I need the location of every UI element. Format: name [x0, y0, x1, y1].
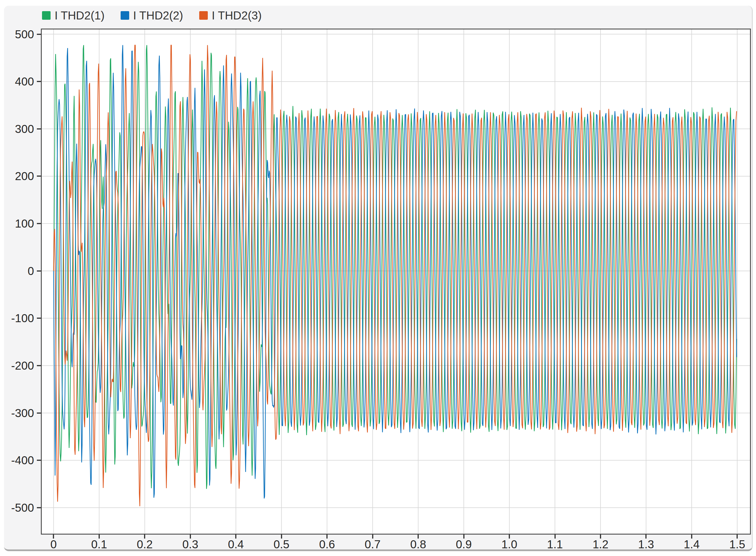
- x-axis-tick-label: 0.4: [216, 538, 256, 551]
- x-axis-tick-label: 1.4: [672, 538, 712, 551]
- legend-label: I THD2(1): [55, 9, 105, 22]
- y-axis-tick-label: -100: [4, 312, 34, 324]
- y-axis-tick: [37, 128, 41, 130]
- x-axis-tick-label: 0.6: [307, 538, 347, 551]
- y-axis-tick-label: -400: [4, 454, 34, 466]
- x-axis-tick-label: 0.1: [79, 538, 119, 551]
- waveform-canvas[interactable]: [42, 29, 750, 534]
- color-swatch-icon: [199, 11, 208, 20]
- x-axis-tick-label: 0.5: [261, 538, 301, 551]
- page: I THD2(1) I THD2(2) I THD2(3) 5004003002…: [0, 0, 756, 556]
- y-axis-tick-label: 200: [4, 170, 34, 182]
- y-axis-tick: [37, 81, 41, 82]
- x-axis-tick-label: 0.2: [124, 538, 165, 551]
- legend-label: I THD2(3): [212, 9, 262, 22]
- legend-item-i-thd2-3[interactable]: I THD2(3): [199, 9, 262, 22]
- x-axis-tick-label: 0.7: [353, 538, 393, 551]
- y-axis-tick: [37, 413, 41, 414]
- legend-item-i-thd2-1[interactable]: I THD2(1): [42, 9, 105, 22]
- y-axis-tick: [37, 34, 41, 35]
- legend: I THD2(1) I THD2(2) I THD2(3): [42, 9, 278, 22]
- x-axis-tick-label: 0: [33, 538, 73, 551]
- legend-label: I THD2(2): [133, 9, 183, 22]
- y-axis-tick-label: 100: [4, 217, 34, 230]
- y-axis-tick-label: -500: [4, 501, 34, 514]
- y-axis-tick: [37, 507, 41, 508]
- y-axis-tick-label: -300: [4, 407, 34, 419]
- x-axis-tick-label: 1.0: [489, 538, 529, 551]
- y-axis-tick-label: 500: [4, 28, 34, 41]
- y-axis-tick-label: 0: [4, 265, 34, 277]
- y-axis-tick: [37, 270, 41, 272]
- x-axis-tick-label: 1.2: [580, 538, 620, 551]
- color-swatch-icon: [42, 11, 50, 20]
- y-axis-tick: [37, 460, 41, 461]
- y-axis-tick-label: 400: [4, 75, 34, 88]
- x-axis-tick-label: 1.5: [717, 538, 756, 551]
- y-axis-tick-label: 300: [4, 123, 34, 135]
- y-axis-tick: [37, 223, 41, 224]
- plot-card: I THD2(1) I THD2(2) I THD2(3) 5004003002…: [4, 6, 753, 551]
- x-axis-tick-label: 0.3: [170, 538, 210, 551]
- x-axis-tick-label: 0.9: [444, 538, 484, 551]
- legend-item-i-thd2-2[interactable]: I THD2(2): [121, 9, 183, 22]
- y-axis-tick: [37, 365, 41, 366]
- x-axis-tick-label: 0.8: [398, 538, 438, 551]
- color-swatch-icon: [121, 11, 129, 20]
- y-axis-tick-label: -200: [4, 359, 34, 372]
- x-axis-tick-label: 1.1: [535, 538, 575, 551]
- y-axis-tick: [37, 176, 41, 177]
- plot-area: [41, 29, 751, 534]
- x-axis-tick-label: 1.3: [626, 538, 666, 551]
- y-axis-tick: [37, 318, 41, 319]
